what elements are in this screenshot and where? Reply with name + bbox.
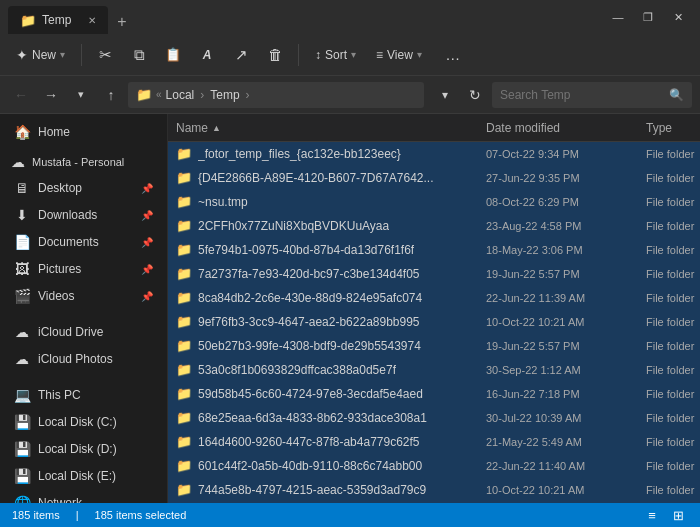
home-label: Home bbox=[38, 125, 153, 139]
sort-label: Sort bbox=[325, 48, 347, 62]
status-right: ≡ ⊞ bbox=[642, 505, 688, 525]
active-tab[interactable]: 📁 Temp ✕ bbox=[8, 6, 108, 34]
file-date: 27-Jun-22 9:35 PM bbox=[478, 172, 638, 184]
sidebar-item-downloads[interactable]: ⬇ Downloads 📌 bbox=[4, 202, 163, 228]
table-row[interactable]: 📁50eb27b3-99fe-4308-bdf9-de29b554397419-… bbox=[168, 334, 700, 358]
sidebar-item-desktop[interactable]: 🖥 Desktop 📌 bbox=[4, 175, 163, 201]
file-name-cell: 📁8ca84db2-2c6e-430e-88d9-824e95afc074 bbox=[168, 290, 478, 305]
sidebar-item-local-c[interactable]: 💾 Local Disk (C:) bbox=[4, 409, 163, 435]
table-row[interactable]: 📁2CFFh0x77ZuNi8XbqBVDKUuAyaa23-Aug-22 4:… bbox=[168, 214, 700, 238]
tab-bar: 📁 Temp ✕ + bbox=[8, 0, 134, 34]
file-date: 08-Oct-22 6:29 PM bbox=[478, 196, 638, 208]
file-type: File folder bbox=[638, 220, 700, 232]
folder-icon: 📁 bbox=[176, 434, 192, 449]
table-row[interactable]: 📁164d4600-9260-447c-87f8-ab4a779c62f521-… bbox=[168, 430, 700, 454]
file-name: 5fe794b1-0975-40bd-87b4-da13d76f1f6f bbox=[198, 243, 414, 257]
minimize-button[interactable]: — bbox=[604, 3, 632, 31]
delete-button[interactable]: 🗑 bbox=[260, 40, 290, 70]
folder-icon: 📁 bbox=[176, 362, 192, 377]
search-input[interactable] bbox=[500, 88, 663, 102]
address-path[interactable]: 📁 « Local › Temp › bbox=[128, 82, 424, 108]
table-row[interactable]: 📁5fe794b1-0975-40bd-87b4-da13d76f1f6f18-… bbox=[168, 238, 700, 262]
sidebar-item-network[interactable]: 🌐 Network bbox=[4, 490, 163, 503]
file-name-cell: 📁~nsu.tmp bbox=[168, 194, 478, 209]
file-name-cell: 📁_fotor_temp_files_{ac132e-bb123eec} bbox=[168, 146, 478, 161]
table-row[interactable]: 📁59d58b45-6c60-4724-97e8-3ecdaf5e4aed16-… bbox=[168, 382, 700, 406]
maximize-button[interactable]: ❐ bbox=[634, 3, 662, 31]
more-button[interactable]: … bbox=[438, 40, 468, 70]
file-date: 22-Jun-22 11:40 AM bbox=[478, 460, 638, 472]
file-name: _fotor_temp_files_{ac132e-bb123eec} bbox=[198, 147, 401, 161]
sidebar-item-home[interactable]: 🏠 Home bbox=[4, 119, 163, 145]
documents-icon: 📄 bbox=[14, 234, 30, 250]
view-arrow: ▾ bbox=[417, 49, 422, 60]
sidebar-item-local-e[interactable]: 💾 Local Disk (E:) bbox=[4, 463, 163, 489]
table-row[interactable]: 📁9ef76fb3-3cc9-4647-aea2-b622a89bb99510-… bbox=[168, 310, 700, 334]
sidebar-item-pictures[interactable]: 🖼 Pictures 📌 bbox=[4, 256, 163, 282]
table-row[interactable]: 📁68e25eaa-6d3a-4833-8b62-933dace308a130-… bbox=[168, 406, 700, 430]
folder-icon: 📁 bbox=[176, 314, 192, 329]
file-name: 2CFFh0x77ZuNi8XbqBVDKUuAyaa bbox=[198, 219, 389, 233]
sidebar-item-icloud-photos[interactable]: ☁ iCloud Photos bbox=[4, 346, 163, 372]
back-button[interactable]: ← bbox=[8, 82, 34, 108]
refresh-button[interactable]: ↻ bbox=[462, 82, 488, 108]
file-type: File folder bbox=[638, 340, 700, 352]
forward-button[interactable]: → bbox=[38, 82, 64, 108]
table-row[interactable]: 📁~nsu.tmp08-Oct-22 6:29 PMFile folder bbox=[168, 190, 700, 214]
sidebar-item-videos[interactable]: 🎬 Videos 📌 bbox=[4, 283, 163, 309]
search-icon[interactable]: 🔍 bbox=[669, 88, 684, 102]
share-button[interactable]: ↗ bbox=[226, 40, 256, 70]
col-header-name[interactable]: Name ▲ bbox=[168, 114, 478, 141]
path-folder-icon: 📁 bbox=[136, 87, 152, 102]
sidebar-item-local-d[interactable]: 💾 Local Disk (D:) bbox=[4, 436, 163, 462]
file-type: File folder bbox=[638, 412, 700, 424]
view-button[interactable]: ≡ View ▾ bbox=[368, 40, 430, 70]
table-row[interactable]: 📁8ca84db2-2c6e-430e-88d9-824e95afc07422-… bbox=[168, 286, 700, 310]
file-name: 7a2737fa-7e93-420d-bc97-c3be134d4f05 bbox=[198, 267, 420, 281]
title-bar: 📁 Temp ✕ + — ❐ ✕ bbox=[0, 0, 700, 34]
path-dropdown-button[interactable]: ▾ bbox=[432, 82, 458, 108]
copy-button[interactable]: ⧉ bbox=[124, 40, 154, 70]
file-name: 744a5e8b-4797-4215-aeac-5359d3ad79c9 bbox=[198, 483, 426, 497]
up-button[interactable]: ↑ bbox=[98, 82, 124, 108]
close-button[interactable]: ✕ bbox=[664, 3, 692, 31]
sidebar-item-icloud-drive[interactable]: ☁ iCloud Drive bbox=[4, 319, 163, 345]
folder-icon: 📁 bbox=[176, 146, 192, 161]
sidebar-item-documents[interactable]: 📄 Documents 📌 bbox=[4, 229, 163, 255]
local-e-icon: 💾 bbox=[14, 468, 30, 484]
sidebar-item-mustafa[interactable]: ☁ Mustafa - Personal bbox=[0, 146, 167, 174]
col-date-label: Date modified bbox=[486, 121, 560, 135]
view-grid-icon[interactable]: ⊞ bbox=[668, 505, 688, 525]
table-row[interactable]: 📁744a5e8b-4797-4215-aeac-5359d3ad79c910-… bbox=[168, 478, 700, 502]
paste-button[interactable]: 📋 bbox=[158, 40, 188, 70]
downloads-label: Downloads bbox=[38, 208, 133, 222]
table-row[interactable]: 📁_fotor_temp_files_{ac132e-bb123eec}07-O… bbox=[168, 142, 700, 166]
file-type: File folder bbox=[638, 244, 700, 256]
new-button[interactable]: ✦ New ▾ bbox=[8, 40, 73, 70]
separator-1 bbox=[81, 44, 82, 66]
view-list-icon[interactable]: ≡ bbox=[642, 505, 662, 525]
col-header-date[interactable]: Date modified bbox=[478, 114, 638, 141]
table-row[interactable]: 📁601c44f2-0a5b-40db-9110-88c6c74abb0022-… bbox=[168, 454, 700, 478]
sort-button[interactable]: ↕ Sort ▾ bbox=[307, 40, 364, 70]
tab-close-button[interactable]: ✕ bbox=[88, 15, 96, 26]
local-d-label: Local Disk (D:) bbox=[38, 442, 153, 456]
file-name-cell: 📁744a5e8b-4797-4215-aeac-5359d3ad79c9 bbox=[168, 482, 478, 497]
col-header-type[interactable]: Type bbox=[638, 114, 700, 141]
pictures-pin-icon: 📌 bbox=[141, 264, 153, 275]
table-row[interactable]: 📁53a0c8f1b0693829dffcac388a0d5e7f30-Sep-… bbox=[168, 358, 700, 382]
new-tab-button[interactable]: + bbox=[110, 10, 134, 34]
table-row[interactable]: 📁{D4E2866B-A89E-4120-B607-7D67A7642...27… bbox=[168, 166, 700, 190]
main-area: 🏠 Home ☁ Mustafa - Personal 🖥 Desktop 📌 … bbox=[0, 114, 700, 503]
sidebar-item-thispc[interactable]: 💻 This PC bbox=[4, 382, 163, 408]
tab-title: Temp bbox=[42, 13, 71, 27]
rename-button[interactable]: A bbox=[192, 40, 222, 70]
recent-locations-button[interactable]: ▾ bbox=[68, 82, 94, 108]
cut-button[interactable]: ✂ bbox=[90, 40, 120, 70]
table-row[interactable]: 📁7a2737fa-7e93-420d-bc97-c3be134d4f0519-… bbox=[168, 262, 700, 286]
col-sort-arrow: ▲ bbox=[212, 123, 221, 133]
videos-pin-icon: 📌 bbox=[141, 291, 153, 302]
file-pane: Name ▲ Date modified Type 📁_fotor_temp_f… bbox=[168, 114, 700, 503]
file-type: File folder bbox=[638, 292, 700, 304]
file-name-cell: 📁601c44f2-0a5b-40db-9110-88c6c74abb00 bbox=[168, 458, 478, 473]
